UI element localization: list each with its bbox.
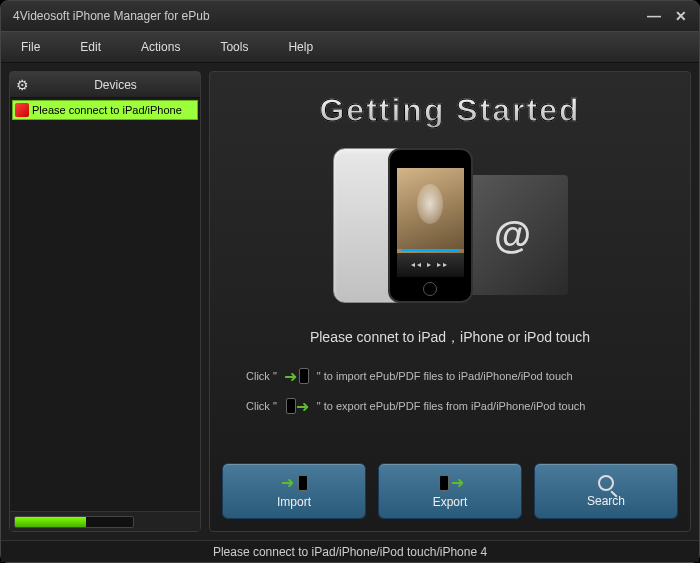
player-controls-icon: ◂◂ ▸ ▸▸: [397, 253, 464, 277]
export-button[interactable]: ➜ Export: [378, 463, 522, 519]
sidebar-header: ⚙ Devices: [10, 72, 200, 98]
app-title: 4Videosoft iPhone Manager for ePub: [13, 9, 647, 23]
device-list: Please connect to iPad/iPhone: [10, 98, 200, 511]
import-button-label: Import: [277, 495, 311, 509]
iphone-front-image: ◂◂ ▸ ▸▸: [388, 148, 473, 303]
main-panel: Getting Started ◂◂ ▸ ▸▸ @ Please: [209, 71, 691, 532]
statusbar: Please connect to iPad/iPhone/iPod touch…: [1, 540, 699, 562]
page-title: Getting Started: [222, 92, 678, 129]
gear-icon[interactable]: ⚙: [16, 77, 29, 93]
at-sign-icon: @: [494, 214, 531, 257]
status-text: Please connect to iPad/iPhone/iPod touch…: [213, 545, 487, 559]
menu-file[interactable]: File: [21, 40, 40, 54]
menu-actions[interactable]: Actions: [141, 40, 180, 54]
window-controls: — ✕: [647, 8, 687, 24]
search-button-label: Search: [587, 494, 625, 508]
import-button-icon: ➜: [281, 473, 308, 492]
album-art: [397, 168, 464, 249]
connect-message: Please connet to iPad，iPhone or iPod tou…: [222, 329, 678, 347]
button-row: ➜ Import ➜ Export Search: [222, 453, 678, 519]
instruction-import-text: " to import ePub/PDF files to iPad/iPhon…: [317, 370, 573, 382]
import-button[interactable]: ➜ Import: [222, 463, 366, 519]
export-button-label: Export: [433, 495, 468, 509]
address-book-image: @: [458, 175, 568, 295]
minimize-button[interactable]: —: [647, 8, 661, 24]
instruction-export-text: " to export ePub/PDF files from iPad/iPh…: [317, 400, 586, 412]
progress-fill: [15, 517, 86, 527]
home-button-icon: [423, 282, 437, 296]
import-icon: ➜: [279, 367, 315, 385]
search-icon: [598, 475, 614, 491]
export-icon: ➜: [279, 397, 315, 415]
playback-progress: [401, 249, 460, 251]
disconnect-icon: [15, 103, 29, 117]
close-button[interactable]: ✕: [675, 8, 687, 24]
instruction-import: Click " ➜ " to import ePub/PDF files to …: [246, 367, 678, 385]
menu-help[interactable]: Help: [288, 40, 313, 54]
app-window: 4Videosoft iPhone Manager for ePub — ✕ F…: [0, 0, 700, 563]
export-button-icon: ➜: [437, 473, 464, 492]
menu-tools[interactable]: Tools: [220, 40, 248, 54]
device-screen: ◂◂ ▸ ▸▸: [397, 168, 464, 277]
illustration: ◂◂ ▸ ▸▸ @: [222, 145, 678, 305]
progress-bar: [14, 516, 134, 528]
device-item-label: Please connect to iPad/iPhone: [32, 104, 182, 116]
instruction-click-label: Click ": [246, 370, 277, 382]
instruction-click-label: Click ": [246, 400, 277, 412]
sidebar-footer: [10, 511, 200, 531]
instruction-export: Click " ➜ " to export ePub/PDF files fro…: [246, 397, 678, 415]
content-area: ⚙ Devices Please connect to iPad/iPhone …: [1, 63, 699, 540]
sidebar-title: Devices: [37, 78, 194, 92]
menubar: File Edit Actions Tools Help: [1, 31, 699, 63]
device-item[interactable]: Please connect to iPad/iPhone: [12, 100, 198, 120]
menu-edit[interactable]: Edit: [80, 40, 101, 54]
search-button[interactable]: Search: [534, 463, 678, 519]
sidebar: ⚙ Devices Please connect to iPad/iPhone: [9, 71, 201, 532]
titlebar: 4Videosoft iPhone Manager for ePub — ✕: [1, 1, 699, 31]
